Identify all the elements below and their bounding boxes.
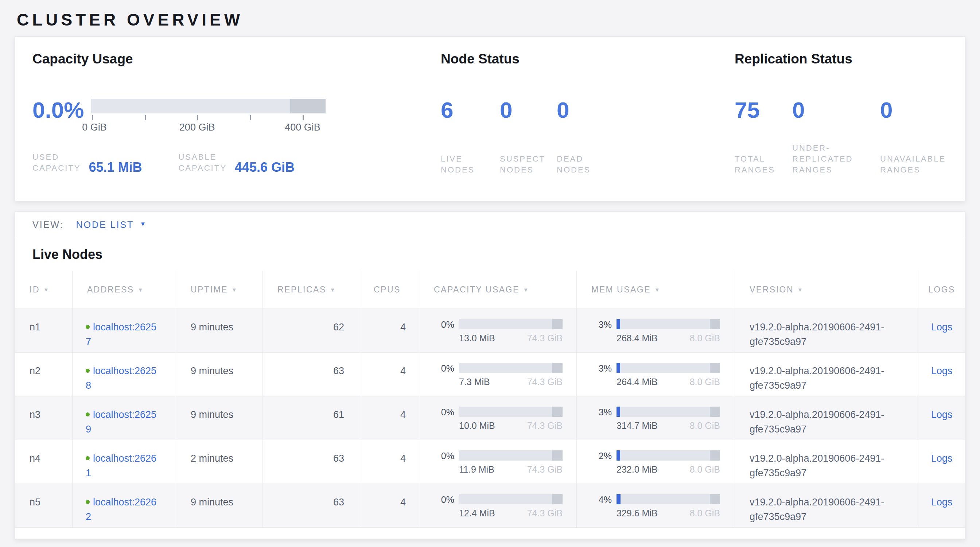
- header-capacity-usage[interactable]: CAPACITY USAGE: [419, 271, 577, 308]
- capacity-usage-cell: 0% 12.4 MiB 74.3 GiB: [419, 484, 577, 527]
- capacity-total-value: 74.3 GiB: [527, 420, 563, 431]
- logs-link[interactable]: Logs: [931, 497, 953, 507]
- sort-descending-icon: [138, 287, 144, 293]
- suspect-nodes-label: SUSPECT NODES: [500, 154, 557, 175]
- under-replicated-label: UNDER- REPLICATED RANGES: [792, 143, 880, 175]
- mem-total-value: 8.0 GiB: [690, 333, 720, 343]
- node-status-section: Node Status 6 LIVE NODES 0 SUSPECT NODES…: [441, 51, 735, 201]
- version-cell: v19.2.0-alpha.20190606-2491-gfe735c9a97: [735, 309, 918, 352]
- capacity-bar-cap-segment: [552, 319, 563, 329]
- capacity-used-value: 12.4 MiB: [459, 508, 495, 518]
- capacity-usage-section: Capacity Usage 0.0% 0 GiB 200 GiB 400 Gi…: [32, 51, 441, 201]
- under-replicated-stat: 0 UNDER- REPLICATED RANGES: [792, 98, 880, 175]
- version-text: v19.2.0-alpha.20190606-2491-gfe735c9a97: [749, 320, 903, 349]
- total-ranges-label: TOTAL RANGES: [735, 154, 792, 175]
- page-title: CLUSTER OVERVIEW: [17, 10, 980, 30]
- logs-link[interactable]: Logs: [931, 453, 953, 464]
- capacity-total-value: 74.3 GiB: [527, 377, 563, 387]
- capacity-percent-label: 0%: [434, 494, 454, 527]
- node-id-cell: n3: [15, 396, 73, 440]
- capacity-used-value: 13.0 MiB: [459, 333, 495, 343]
- node-address-link[interactable]: localhost:26261: [86, 451, 161, 480]
- capacity-mini-bar: [459, 494, 563, 504]
- capacity-percent-label: 0%: [434, 319, 454, 352]
- replicas-cell: 62: [263, 309, 359, 352]
- capacity-stats: USED CAPACITY 65.1 MiB USABLE CAPACITY 4…: [32, 152, 441, 173]
- sort-descending-icon: [797, 287, 803, 293]
- dropdown-caret-icon[interactable]: [140, 221, 146, 228]
- capacity-total-value: 74.3 GiB: [527, 333, 563, 343]
- node-address-link[interactable]: localhost:26262: [86, 495, 161, 524]
- node-address-link[interactable]: localhost:26257: [86, 320, 161, 349]
- mem-bar-cap-segment: [710, 363, 720, 373]
- node-address-link[interactable]: localhost:26259: [86, 407, 161, 437]
- node-address-cell: localhost:26258: [73, 353, 176, 396]
- node-address-cell: localhost:26259: [73, 396, 176, 440]
- live-status-dot-icon: [86, 325, 90, 329]
- capacity-bar-cap-segment: [552, 494, 563, 504]
- cpus-cell: 4: [359, 353, 419, 396]
- logs-link[interactable]: Logs: [931, 366, 953, 376]
- replicas-cell: 63: [263, 440, 359, 483]
- header-replicas[interactable]: REPLICAS: [263, 271, 359, 308]
- sort-descending-icon: [523, 287, 530, 293]
- table-row: n2 localhost:26258 9 minutes 63 4 0% 7.3…: [15, 353, 965, 396]
- cluster-overview-page: CLUSTER OVERVIEW Capacity Usage 0.0% 0 G…: [0, 0, 980, 539]
- capacity-mini-bar: [459, 407, 563, 417]
- mem-percent-label: 4%: [591, 494, 612, 527]
- capacity-usage-cell: 0% 11.9 MiB 74.3 GiB: [419, 440, 577, 483]
- capacity-bar-area: 0 GiB 200 GiB 400 GiB: [91, 99, 326, 134]
- header-id[interactable]: ID: [15, 271, 73, 308]
- header-version[interactable]: VERSION: [735, 271, 918, 308]
- view-label: VIEW:: [32, 219, 64, 230]
- table-row: n1 localhost:26257 9 minutes 62 4 0% 13.…: [15, 309, 965, 353]
- node-id-cell: n5: [15, 484, 73, 527]
- logs-cell: Logs: [918, 353, 965, 396]
- live-nodes-label: LIVE NODES: [441, 154, 500, 175]
- view-bar: VIEW: NODE LIST: [15, 212, 965, 238]
- mem-usage-cell: 3% 264.4 MiB 8.0 GiB: [577, 353, 735, 396]
- mem-total-value: 8.0 GiB: [690, 377, 720, 387]
- capacity-percent-label: 0%: [434, 363, 454, 396]
- mem-used-value: 264.4 MiB: [617, 377, 658, 387]
- sort-descending-icon: [232, 287, 238, 293]
- axis-label-400: 400 GiB: [285, 122, 320, 133]
- axis-label-0: 0 GiB: [82, 122, 107, 133]
- capacity-bar-cap-segment: [552, 450, 563, 461]
- unavailable-ranges-label: UNAVAILABLE RANGES: [880, 154, 946, 175]
- total-ranges-value: 75: [735, 98, 792, 122]
- node-address-cell: localhost:26261: [73, 440, 176, 483]
- logs-cell: Logs: [918, 440, 965, 483]
- mem-percent-label: 2%: [591, 450, 612, 483]
- version-text: v19.2.0-alpha.20190606-2491-gfe735c9a97: [749, 495, 903, 524]
- sort-descending-icon: [330, 287, 336, 293]
- node-address-link[interactable]: localhost:26258: [86, 364, 161, 393]
- uptime-cell: 9 minutes: [176, 309, 263, 352]
- node-id-cell: n4: [15, 440, 73, 483]
- mem-total-value: 8.0 GiB: [690, 420, 720, 431]
- header-address[interactable]: ADDRESS: [73, 271, 176, 308]
- capacity-mini-bar: [459, 319, 563, 329]
- header-mem-usage[interactable]: MEM USAGE: [577, 271, 735, 308]
- view-selector-dropdown[interactable]: NODE LIST: [76, 219, 134, 230]
- mem-bar-fill: [617, 494, 620, 504]
- mem-total-value: 8.0 GiB: [690, 464, 720, 474]
- version-text: v19.2.0-alpha.20190606-2491-gfe735c9a97: [749, 451, 903, 480]
- capacity-bar: [91, 99, 326, 113]
- version-text: v19.2.0-alpha.20190606-2491-gfe735c9a97: [749, 364, 903, 393]
- under-replicated-value: 0: [792, 98, 880, 122]
- mem-bar-fill: [617, 450, 620, 461]
- replicas-cell: 63: [263, 484, 359, 527]
- logs-link[interactable]: Logs: [931, 322, 953, 332]
- header-uptime[interactable]: UPTIME: [176, 271, 263, 308]
- logs-link[interactable]: Logs: [931, 409, 953, 420]
- capacity-used-value: 11.9 MiB: [459, 464, 495, 474]
- unavailable-ranges-stat: 0 UNAVAILABLE RANGES: [880, 98, 946, 175]
- mem-percent-label: 3%: [591, 407, 612, 440]
- capacity-percent-value: 0.0%: [32, 98, 79, 122]
- mem-total-value: 8.0 GiB: [690, 508, 720, 518]
- logs-cell: Logs: [918, 309, 965, 352]
- version-cell: v19.2.0-alpha.20190606-2491-gfe735c9a97: [735, 396, 918, 440]
- replication-status-section: Replication Status 75 TOTAL RANGES 0 UND…: [735, 51, 965, 201]
- capacity-usage-chart: 0.0% 0 GiB 200 GiB 400 GiB: [32, 98, 441, 134]
